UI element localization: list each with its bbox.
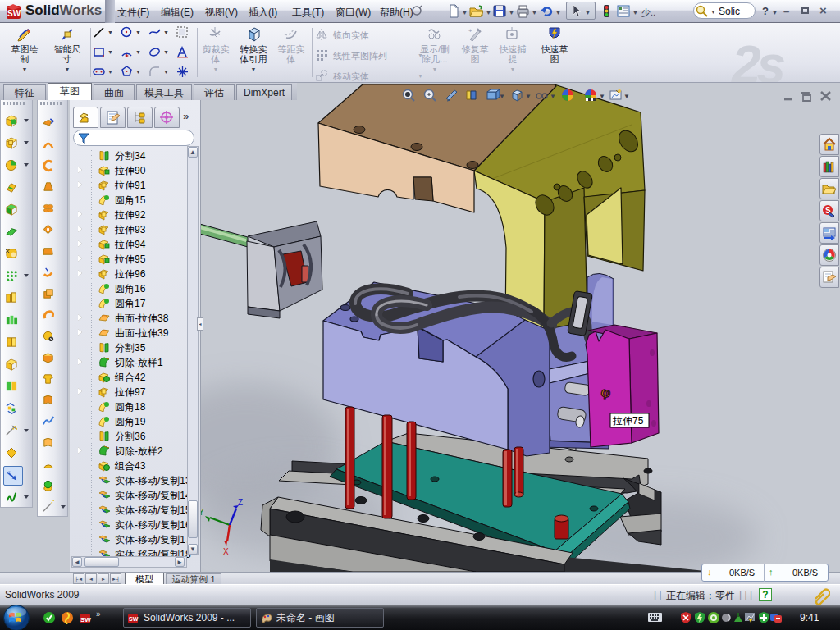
svg-text:▼: ▼ <box>525 93 532 100</box>
svg-text:Y: Y <box>201 508 204 517</box>
svg-text:SW: SW <box>129 616 139 622</box>
svg-text:SW: SW <box>80 616 91 623</box>
svg-text:拉伸75: 拉伸75 <box>612 415 644 427</box>
svg-text:▼: ▼ <box>499 93 505 100</box>
svg-text:▼: ▼ <box>599 93 605 100</box>
svg-text:Z: Z <box>238 498 243 507</box>
svg-text:▼: ▼ <box>623 93 630 100</box>
svg-text:X: X <box>223 547 229 556</box>
svg-text:▼: ▼ <box>550 93 556 100</box>
svg-text:+: + <box>468 27 472 34</box>
svg-text:SW: SW <box>7 9 21 18</box>
